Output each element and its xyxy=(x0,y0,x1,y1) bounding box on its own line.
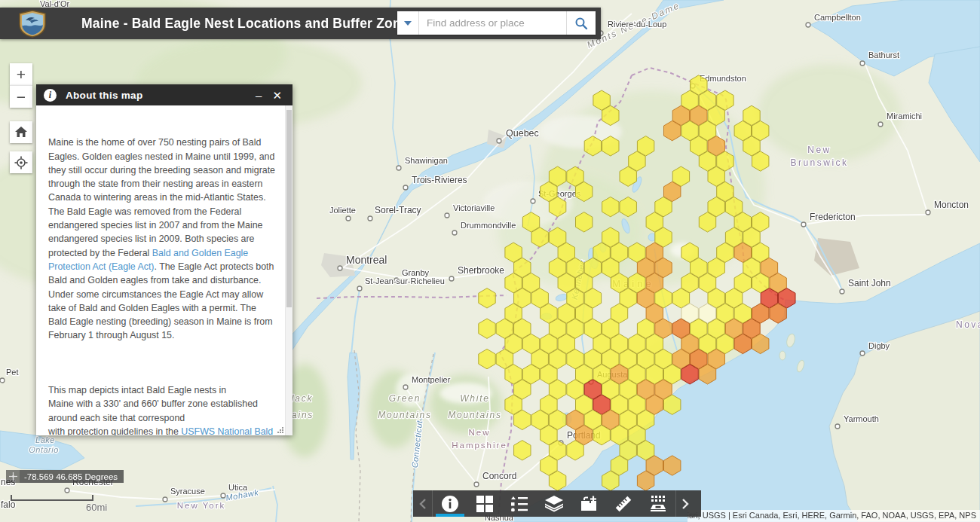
region-label: New York xyxy=(177,501,226,510)
city-dot xyxy=(497,139,501,143)
city-label: Joliette xyxy=(329,206,356,215)
city-dot xyxy=(221,493,225,498)
city-dot xyxy=(840,289,844,294)
city-label: Sorel-Tracy xyxy=(375,205,421,215)
coordinate-readout: -78.569 46.685 Degrees xyxy=(20,470,124,483)
toolbar-next-button[interactable] xyxy=(676,490,695,517)
search-input[interactable] xyxy=(419,11,566,35)
about-panel: i About this map – ✕ Maine is the home o… xyxy=(36,84,292,435)
add-data-icon xyxy=(580,496,597,512)
chevron-right-icon xyxy=(682,499,689,509)
print-icon xyxy=(649,496,667,512)
city-dot xyxy=(403,385,408,389)
city-label: Syracuse xyxy=(170,487,205,496)
city-label: Riviere-du-Loup xyxy=(608,20,666,29)
search-icon xyxy=(574,17,588,30)
about-text: Maine is the home of over 750 nesting pa… xyxy=(48,122,276,435)
scale-bar-label: 60mi xyxy=(86,502,107,513)
city-dot xyxy=(801,222,806,227)
city-label: Miramichi xyxy=(887,111,922,121)
toolbar-prev-button[interactable] xyxy=(413,490,432,517)
toolbar-item-print[interactable] xyxy=(641,490,675,517)
app-title: Maine - Bald Eagle Nest Locations and Bu… xyxy=(81,16,416,32)
water-label: Lake xyxy=(35,435,55,444)
city-label: Drummondville xyxy=(461,221,516,230)
info-icon xyxy=(441,495,459,513)
crosshair-icon[interactable] xyxy=(6,470,20,483)
city-dot xyxy=(926,210,930,215)
city-label: St-Jean-sur-Richelieu xyxy=(365,276,445,285)
locate-icon xyxy=(14,156,28,169)
city-label: Victoriaville xyxy=(453,203,495,212)
my-location-button[interactable] xyxy=(10,151,32,173)
water-label: Ontario xyxy=(29,445,59,454)
city-label: Sherbrooke xyxy=(458,265,504,276)
resize-handle-icon[interactable] xyxy=(277,426,284,434)
app-header: Maine - Bald Eagle Nest Locations and Bu… xyxy=(0,8,601,39)
city-dot xyxy=(338,266,342,270)
city-dot xyxy=(163,497,167,502)
city-label: Quebec xyxy=(506,128,539,139)
city-dot xyxy=(65,488,69,493)
city-label: Bathurst xyxy=(868,50,899,60)
chevron-left-icon xyxy=(419,499,426,509)
toolbar-item-about[interactable] xyxy=(433,490,467,517)
scale-bar: 60mi xyxy=(11,495,93,501)
search-button[interactable] xyxy=(566,11,596,35)
widget-toolbar xyxy=(413,490,701,517)
city-dot xyxy=(835,424,840,429)
city-label: Shawinigan xyxy=(405,156,448,165)
search-source-dropdown[interactable] xyxy=(397,11,419,35)
region-label: Nova xyxy=(956,319,980,330)
home-icon xyxy=(15,127,27,138)
toolbar-item-add-data[interactable] xyxy=(571,490,606,517)
city-label: Concord xyxy=(482,471,516,481)
city-dot xyxy=(368,216,372,221)
city-dot xyxy=(531,199,535,203)
toolbar-item-layer-list[interactable] xyxy=(537,490,571,517)
city-dot xyxy=(346,216,351,221)
zoom-in-button[interactable]: + xyxy=(10,63,32,85)
city-dot xyxy=(397,166,401,170)
city-label: Montpelier xyxy=(412,375,451,384)
city-label: Utica xyxy=(228,483,248,492)
about-paragraph-2: This map depicts intact Bald Eagle nests… xyxy=(48,383,276,435)
city-label: Digby xyxy=(868,341,890,350)
toolbar-item-measurement[interactable] xyxy=(606,490,641,517)
close-button[interactable]: ✕ xyxy=(272,90,282,101)
scrollbar-thumb[interactable] xyxy=(286,110,292,307)
minus-icon: − xyxy=(17,88,26,106)
city-label: Saint John xyxy=(848,278,891,288)
city-dot xyxy=(452,230,457,235)
usfws-logo xyxy=(18,10,47,38)
about-paragraph-1: Maine is the home of over 750 nesting pa… xyxy=(48,136,276,342)
scrollbar[interactable] xyxy=(285,105,292,435)
city-label: Yarmouth xyxy=(844,414,879,423)
city-dot xyxy=(357,286,362,291)
city-label: Montreal xyxy=(346,254,387,266)
city-label: Moncton xyxy=(934,200,969,210)
city-dot xyxy=(445,213,449,218)
scale-bar-line xyxy=(11,495,93,501)
city-dot xyxy=(449,276,454,281)
toolbar-item-basemap-gallery[interactable] xyxy=(467,490,502,517)
coordinate-widget: -78.569 46.685 Degrees xyxy=(6,470,124,483)
city-label: Campbellton xyxy=(814,13,861,22)
map-attribution: Esri, USGS | Esri Canada, Esri, HERE, Ga… xyxy=(688,510,980,522)
layers-icon xyxy=(545,496,563,512)
home-extent-button[interactable] xyxy=(10,121,32,143)
attribution-text: Esri, USGS | Esri Canada, Esri, HERE, Ga… xyxy=(688,511,976,520)
minimize-button[interactable]: – xyxy=(256,90,262,101)
toolbar-item-legend[interactable] xyxy=(502,490,537,517)
about-panel-header: i About this map – ✕ xyxy=(36,84,292,105)
search-widget xyxy=(397,11,596,35)
plus-icon: + xyxy=(17,66,26,84)
basemap-grid-icon xyxy=(476,496,493,512)
zoom-out-button[interactable]: − xyxy=(10,85,32,108)
about-panel-body: Maine is the home of over 750 nesting pa… xyxy=(36,105,292,435)
city-dot xyxy=(860,351,865,356)
city-label: Trois-Rivieres xyxy=(412,175,467,185)
map-application: KennebecConnecticutMohawkMonts Notre-Dam… xyxy=(0,0,980,522)
city-label: falo xyxy=(1,499,16,510)
about-panel-title: About this map xyxy=(66,90,142,101)
